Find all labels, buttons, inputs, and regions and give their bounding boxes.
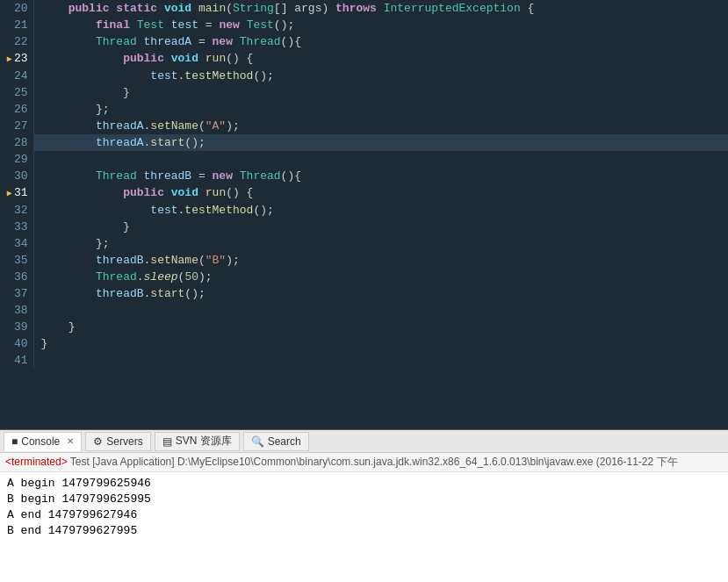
line-number: 40 bbox=[0, 335, 33, 352]
code-line: 23 public void run() { bbox=[0, 50, 728, 68]
console-line: A begin 1479799625946 bbox=[7, 476, 721, 492]
line-code: test.testMethod(); bbox=[33, 202, 728, 219]
tab-svn[interactable]: ▤ SVN 资源库 bbox=[155, 432, 240, 451]
console-line: B end 1479799627995 bbox=[7, 523, 721, 539]
line-code: threadA.start(); bbox=[33, 134, 728, 151]
tab-search[interactable]: 🔍 Search bbox=[243, 432, 309, 451]
code-line: 39 } bbox=[0, 319, 728, 335]
line-number: 28 bbox=[0, 134, 33, 151]
line-code: } bbox=[33, 319, 728, 335]
console-line: B begin 1479799625995 bbox=[7, 492, 721, 507]
code-line: 36 Thread.sleep(50); bbox=[0, 269, 728, 285]
line-number: 20 bbox=[0, 0, 33, 17]
line-number: 31 bbox=[0, 184, 33, 202]
line-number: 32 bbox=[0, 202, 33, 219]
tab-servers-label: Servers bbox=[106, 435, 142, 448]
line-number: 25 bbox=[0, 84, 33, 101]
line-number: 34 bbox=[0, 235, 33, 252]
line-code bbox=[33, 302, 728, 319]
code-line: 25 } bbox=[0, 84, 728, 101]
line-code bbox=[33, 352, 728, 369]
line-number: 23 bbox=[0, 50, 33, 68]
line-number: 30 bbox=[0, 168, 33, 184]
code-line: 40} bbox=[0, 335, 728, 352]
line-code: } bbox=[33, 84, 728, 101]
tab-svn-label: SVN 资源库 bbox=[176, 434, 232, 449]
code-line: 29 bbox=[0, 151, 728, 168]
tab-servers[interactable]: ⚙ Servers bbox=[85, 432, 150, 451]
line-code: public void run() { bbox=[33, 50, 728, 68]
code-line: 21 final Test test = new Test(); bbox=[0, 17, 728, 33]
line-number: 29 bbox=[0, 151, 33, 168]
line-code: Thread.sleep(50); bbox=[33, 269, 728, 285]
line-number: 22 bbox=[0, 33, 33, 50]
line-number: 33 bbox=[0, 219, 33, 235]
line-code: threadA.setName("A"); bbox=[33, 118, 728, 134]
tab-bar: ■ Console ✕ ⚙ Servers ▤ SVN 资源库 🔍 Search bbox=[0, 430, 728, 453]
line-number: 37 bbox=[0, 285, 33, 302]
code-line: 30 Thread threadB = new Thread(){ bbox=[0, 168, 728, 184]
code-line: 22 Thread threadA = new Thread(){ bbox=[0, 33, 728, 50]
line-number: 35 bbox=[0, 252, 33, 269]
search-icon: 🔍 bbox=[251, 435, 264, 448]
code-table: 20 public static void main(String[] args… bbox=[0, 0, 728, 369]
console-output[interactable]: A begin 1479799625946B begin 14797996259… bbox=[0, 472, 728, 582]
horizontal-scrollbar[interactable] bbox=[0, 429, 728, 430]
code-line: 38 bbox=[0, 302, 728, 319]
servers-icon: ⚙ bbox=[93, 435, 103, 448]
line-number: 36 bbox=[0, 269, 33, 285]
code-line: 31 public void run() { bbox=[0, 184, 728, 202]
svn-icon: ▤ bbox=[162, 435, 172, 448]
line-code: threadB.start(); bbox=[33, 285, 728, 302]
line-number: 39 bbox=[0, 319, 33, 335]
line-code bbox=[33, 151, 728, 168]
line-code: }; bbox=[33, 235, 728, 252]
line-code: threadB.setName("B"); bbox=[33, 252, 728, 269]
tab-close-console[interactable]: ✕ bbox=[67, 436, 74, 446]
code-line: 37 threadB.start(); bbox=[0, 285, 728, 302]
code-line: 35 threadB.setName("B"); bbox=[0, 252, 728, 269]
line-number: 41 bbox=[0, 352, 33, 369]
line-code: } bbox=[33, 335, 728, 352]
tab-console-label: Console bbox=[21, 435, 60, 448]
terminated-label: <terminated> bbox=[5, 456, 68, 468]
code-line: 28 threadA.start(); bbox=[0, 134, 728, 151]
line-code: test.testMethod(); bbox=[33, 68, 728, 84]
line-number: 21 bbox=[0, 17, 33, 33]
tab-search-label: Search bbox=[268, 435, 301, 448]
console-icon: ■ bbox=[11, 435, 18, 448]
line-code: public void run() { bbox=[33, 184, 728, 202]
line-code: Thread threadB = new Thread(){ bbox=[33, 168, 728, 184]
code-line: 33 } bbox=[0, 219, 728, 235]
line-code: final Test test = new Test(); bbox=[33, 17, 728, 33]
line-number: 27 bbox=[0, 118, 33, 134]
code-editor: 20 public static void main(String[] args… bbox=[0, 0, 728, 430]
console-header: <terminated> Test [Java Application] D:\… bbox=[0, 453, 728, 472]
code-line: 41 bbox=[0, 352, 728, 369]
tab-console[interactable]: ■ Console ✕ bbox=[4, 432, 82, 451]
console-line: A end 1479799627946 bbox=[7, 507, 721, 523]
line-code: public static void main(String[] args) t… bbox=[33, 0, 728, 17]
line-number: 24 bbox=[0, 68, 33, 84]
code-line: 24 test.testMethod(); bbox=[0, 68, 728, 84]
code-line: 32 test.testMethod(); bbox=[0, 202, 728, 219]
code-line: 26 }; bbox=[0, 101, 728, 118]
line-code: }; bbox=[33, 101, 728, 118]
line-number: 26 bbox=[0, 101, 33, 118]
line-number: 38 bbox=[0, 302, 33, 319]
code-scroll[interactable]: 20 public static void main(String[] args… bbox=[0, 0, 728, 429]
code-line: 34 }; bbox=[0, 235, 728, 252]
line-code: Thread threadA = new Thread(){ bbox=[33, 33, 728, 50]
app-path: Test [Java Application] D:\MyEclipse10\C… bbox=[70, 456, 678, 468]
bottom-panel: ■ Console ✕ ⚙ Servers ▤ SVN 资源库 🔍 Search… bbox=[0, 430, 728, 582]
code-line: 20 public static void main(String[] args… bbox=[0, 0, 728, 17]
code-line: 27 threadA.setName("A"); bbox=[0, 118, 728, 134]
line-code: } bbox=[33, 219, 728, 235]
